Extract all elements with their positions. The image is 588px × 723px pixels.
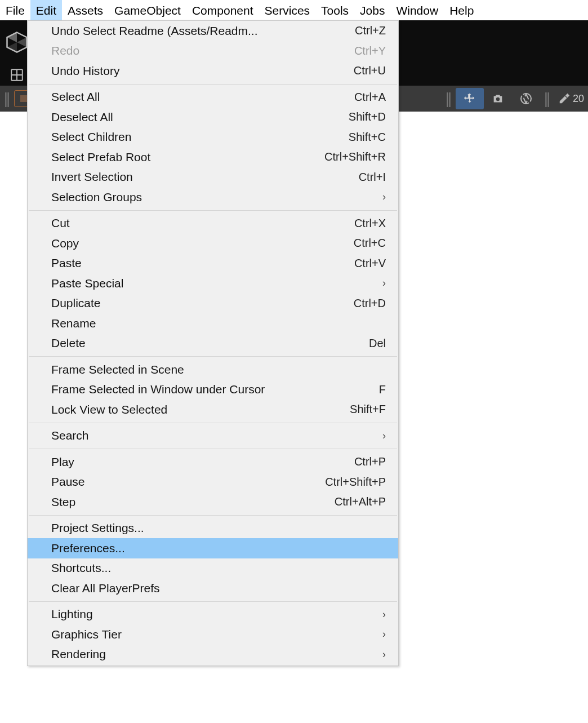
menu-item-graphics-tier[interactable]: Graphics Tier› <box>28 624 398 645</box>
grid-icon[interactable] <box>6 64 28 86</box>
menu-item-pause[interactable]: PauseCtrl+Shift+P <box>28 472 398 493</box>
menu-item-lighting[interactable]: Lighting› <box>28 605 398 625</box>
chevron-right-icon: › <box>382 628 386 640</box>
chevron-right-icon: › <box>382 430 386 442</box>
menu-item-lock-view-to-selected[interactable]: Lock View to SelectedShift+F <box>28 400 398 420</box>
menu-item-label: Duplicate <box>51 296 354 310</box>
menu-item-label: Cut <box>51 216 354 230</box>
menu-item-undo-history[interactable]: Undo HistoryCtrl+U <box>28 61 398 81</box>
chevron-right-icon: › <box>382 649 386 660</box>
menubar-item-services[interactable]: Services <box>259 0 316 20</box>
menu-item-project-settings[interactable]: Project Settings... <box>28 518 398 539</box>
menu-item-label: Selection Groups <box>51 190 386 204</box>
menubar-item-window[interactable]: Window <box>390 0 444 20</box>
menubar-item-assets[interactable]: Assets <box>62 0 109 20</box>
menu-item-label: Select Children <box>51 130 349 144</box>
menubar-item-gameobject[interactable]: GameObject <box>109 0 186 20</box>
menubar-item-tools[interactable]: Tools <box>315 0 354 20</box>
tool-button-camera[interactable] <box>484 88 512 109</box>
menu-item-search[interactable]: Search› <box>28 426 398 446</box>
menu-item-shortcut: Ctrl+P <box>354 455 386 468</box>
svg-line-6 <box>522 94 531 103</box>
menu-item-shortcut: Ctrl+Y <box>354 45 386 57</box>
menu-item-label: Preferences... <box>51 542 386 555</box>
tool-button-draw[interactable]: 20 <box>554 88 588 109</box>
toolbar-separator: ‖ <box>0 90 14 108</box>
menu-item-play[interactable]: PlayCtrl+P <box>28 452 398 472</box>
menu-item-shortcut: Ctrl+Shift+P <box>325 476 386 489</box>
menu-separator <box>29 356 397 357</box>
unity-logo-icon <box>6 31 28 54</box>
menu-item-select-all[interactable]: Select AllCtrl+A <box>28 87 398 108</box>
tool-button-move[interactable] <box>456 88 484 109</box>
svg-marker-2 <box>17 37 27 47</box>
svg-point-4 <box>496 97 500 101</box>
menu-item-shortcut: Ctrl+X <box>354 217 386 230</box>
menu-item-duplicate[interactable]: DuplicateCtrl+D <box>28 294 398 314</box>
menu-item-shortcut: Ctrl+Shift+R <box>324 150 386 163</box>
menu-item-select-children[interactable]: Select ChildrenShift+C <box>28 127 398 148</box>
menu-item-frame-selected-in-window-under-cursor[interactable]: Frame Selected in Window under CursorF <box>28 380 398 400</box>
menu-item-label: Redo <box>51 44 354 57</box>
menu-item-step[interactable]: StepCtrl+Alt+P <box>28 492 398 512</box>
menu-item-label: Lock View to Selected <box>51 403 350 416</box>
tool-button-noexplore[interactable] <box>512 88 540 109</box>
menu-item-preferences[interactable]: Preferences... <box>28 538 398 558</box>
menu-item-label: Pause <box>51 475 325 489</box>
menu-item-undo-select-readme-assets-readm[interactable]: Undo Select Readme (Assets/Readm...Ctrl+… <box>28 21 398 41</box>
menu-item-shortcut: Ctrl+D <box>354 297 386 310</box>
menu-item-deselect-all[interactable]: Deselect AllShift+D <box>28 107 398 127</box>
menu-item-clear-all-playerprefs[interactable]: Clear All PlayerPrefs <box>28 578 398 598</box>
menu-item-shortcut: Ctrl+C <box>354 237 386 250</box>
chevron-right-icon: › <box>382 277 386 289</box>
menu-item-invert-selection[interactable]: Invert SelectionCtrl+I <box>28 167 398 188</box>
toolbar-separator: ‖ <box>442 90 456 108</box>
menubar-item-jobs[interactable]: Jobs <box>354 0 390 20</box>
menu-item-copy[interactable]: CopyCtrl+C <box>28 233 398 254</box>
menu-item-label: Copy <box>51 237 354 250</box>
edit-dropdown: Undo Select Readme (Assets/Readm...Ctrl+… <box>27 20 399 666</box>
menu-item-frame-selected-in-scene[interactable]: Frame Selected in Scene <box>28 360 398 380</box>
menu-item-shortcut: Ctrl+I <box>359 171 386 184</box>
menu-item-label: Select All <box>51 90 354 104</box>
menu-item-label: Frame Selected in Scene <box>51 363 386 376</box>
menu-item-label: Paste <box>51 256 354 270</box>
menu-item-label: Shortcuts... <box>51 561 386 575</box>
menu-item-shortcut: Shift+C <box>349 131 386 144</box>
menu-item-select-prefab-root[interactable]: Select Prefab RootCtrl+Shift+R <box>28 147 398 167</box>
menu-item-label: Undo Select Readme (Assets/Readm... <box>51 24 355 38</box>
menu-item-delete[interactable]: DeleteDel <box>28 334 398 354</box>
menu-item-shortcut: Del <box>369 337 386 350</box>
menubar-item-edit[interactable]: Edit <box>30 0 62 20</box>
menu-item-selection-groups[interactable]: Selection Groups› <box>28 187 398 207</box>
menu-item-label: Play <box>51 455 354 469</box>
menu-separator <box>29 84 397 85</box>
svg-marker-3 <box>7 42 17 52</box>
menubar-item-component[interactable]: Component <box>186 0 259 20</box>
menu-item-label: Rename <box>51 317 386 330</box>
toolbar-separator: ‖ <box>540 90 554 108</box>
menubar-item-help[interactable]: Help <box>444 0 479 20</box>
menu-item-label: Project Settings... <box>51 521 386 535</box>
menu-item-shortcut: Shift+D <box>349 110 386 123</box>
menu-separator <box>29 423 397 423</box>
menu-item-rendering[interactable]: Rendering› <box>28 645 398 665</box>
chevron-right-icon: › <box>382 609 386 620</box>
menubar: File Edit Assets GameObject Component Se… <box>0 0 588 20</box>
menu-item-shortcut: Ctrl+Alt+P <box>335 495 386 508</box>
menubar-item-file[interactable]: File <box>0 0 30 20</box>
menu-separator <box>29 601 397 602</box>
menu-item-shortcut: Ctrl+V <box>354 257 386 270</box>
svg-marker-1 <box>7 33 17 43</box>
menu-item-redo[interactable]: RedoCtrl+Y <box>28 41 398 61</box>
menu-separator <box>29 449 397 449</box>
menu-item-label: Clear All PlayerPrefs <box>51 582 386 595</box>
menu-item-shortcut: Ctrl+U <box>354 64 386 77</box>
menu-item-paste-special[interactable]: Paste Special› <box>28 273 398 294</box>
toolbar-right-text: 20 <box>573 93 584 105</box>
menu-item-rename[interactable]: Rename <box>28 313 398 334</box>
menu-item-paste[interactable]: PasteCtrl+V <box>28 254 398 274</box>
menu-item-shortcut: F <box>379 383 386 396</box>
menu-item-shortcuts[interactable]: Shortcuts... <box>28 558 398 579</box>
menu-item-cut[interactable]: CutCtrl+X <box>28 214 398 234</box>
